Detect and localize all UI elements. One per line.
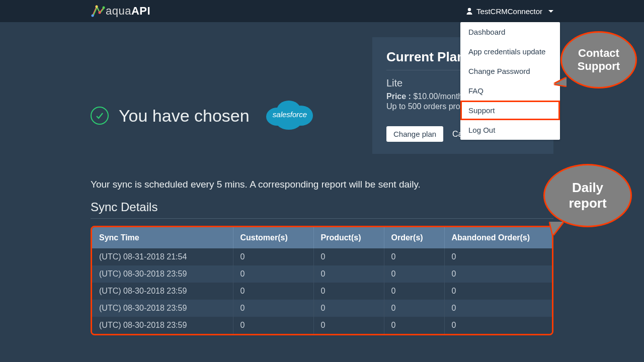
logo-icon xyxy=(91,4,106,19)
table-cell: 0 xyxy=(384,317,444,334)
table-cell: (UTC) 08-30-2018 23:59 xyxy=(92,265,233,283)
table-cell: 0 xyxy=(313,300,384,317)
logo-text: aquaAPI xyxy=(106,5,150,18)
callout-contact-support: Contact Support xyxy=(560,31,637,88)
logo[interactable]: aquaAPI xyxy=(91,4,150,19)
table-cell: 0 xyxy=(233,248,313,265)
table-row: (UTC) 08-31-2018 21:540000 xyxy=(92,248,552,265)
user-dropdown: Dashboard App credentials update Change … xyxy=(460,22,560,140)
table-cell: 0 xyxy=(313,317,384,334)
table-cell: 0 xyxy=(444,248,552,265)
table-cell: 0 xyxy=(444,317,552,334)
topbar: aquaAPI TestCRMConnector xyxy=(0,0,644,22)
sync-schedule-text: Your sync is scheduled every 5 mins. A c… xyxy=(91,179,553,190)
table-cell: 0 xyxy=(444,283,552,300)
table-cell: 0 xyxy=(233,283,313,300)
svg-text:salesforce: salesforce xyxy=(272,110,306,119)
table-cell: 0 xyxy=(233,300,313,317)
col-sync-time: Sync Time xyxy=(92,227,233,248)
table-cell: (UTC) 08-30-2018 23:59 xyxy=(92,300,233,317)
dropdown-item-credentials[interactable]: App credentials update xyxy=(460,42,560,61)
dropdown-item-password[interactable]: Change Password xyxy=(460,61,560,81)
table-row: (UTC) 08-30-2018 23:590000 xyxy=(92,265,552,283)
user-icon xyxy=(465,7,473,15)
table-cell: 0 xyxy=(384,265,444,283)
table-cell: 0 xyxy=(444,265,552,283)
svg-point-4 xyxy=(468,8,471,11)
svg-point-0 xyxy=(92,15,94,17)
table-cell: (UTC) 08-30-2018 23:59 xyxy=(92,317,233,334)
sync-table-highlight: Sync Time Customer(s) Product(s) Order(s… xyxy=(91,226,553,335)
dropdown-item-faq[interactable]: FAQ xyxy=(460,81,560,101)
chosen-text: You have chosen xyxy=(119,106,250,126)
svg-point-3 xyxy=(103,7,105,9)
svg-point-2 xyxy=(99,12,101,14)
col-orders: Order(s) xyxy=(384,227,444,248)
col-abandoned: Abandoned Order(s) xyxy=(444,227,552,248)
table-cell: (UTC) 08-31-2018 21:54 xyxy=(92,248,233,265)
table-cell: (UTC) 08-30-2018 23:59 xyxy=(92,283,233,300)
table-cell: 0 xyxy=(384,283,444,300)
sync-table: Sync Time Customer(s) Product(s) Order(s… xyxy=(92,227,552,334)
check-icon xyxy=(95,111,105,121)
table-cell: 0 xyxy=(313,265,384,283)
table-cell: 0 xyxy=(313,248,384,265)
col-customers: Customer(s) xyxy=(233,227,313,248)
col-products: Product(s) xyxy=(313,227,384,248)
table-cell: 0 xyxy=(384,248,444,265)
sync-details-heading: Sync Details xyxy=(91,200,553,219)
salesforce-logo: salesforce xyxy=(260,95,320,137)
table-cell: 0 xyxy=(444,300,552,317)
dropdown-item-logout[interactable]: Log Out xyxy=(460,120,560,140)
svg-point-1 xyxy=(96,6,98,8)
dropdown-item-support[interactable]: Support xyxy=(460,101,560,120)
callout-daily-report: Daily report xyxy=(543,164,632,227)
table-row: (UTC) 08-30-2018 23:590000 xyxy=(92,283,552,300)
table-cell: 0 xyxy=(233,265,313,283)
username: TestCRMConnector xyxy=(476,7,542,16)
user-menu-toggle[interactable]: TestCRMConnector xyxy=(465,7,553,16)
chevron-down-icon xyxy=(548,10,553,13)
check-circle-icon xyxy=(91,107,109,125)
table-row: (UTC) 08-30-2018 23:590000 xyxy=(92,300,552,317)
table-cell: 0 xyxy=(233,317,313,334)
table-cell: 0 xyxy=(384,300,444,317)
dropdown-item-dashboard[interactable]: Dashboard xyxy=(460,22,560,42)
table-cell: 0 xyxy=(313,283,384,300)
table-row: (UTC) 08-30-2018 23:590000 xyxy=(92,317,552,334)
